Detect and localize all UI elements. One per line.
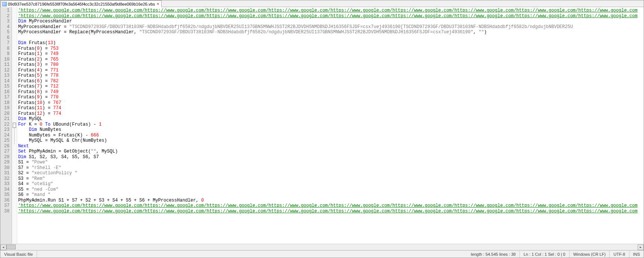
status-position: Ln : 1 Col : 1 Sel : 0 | 0 xyxy=(520,251,570,258)
scroll-track[interactable] xyxy=(6,245,638,250)
status-length: length : 54.545 lines : 38 xyxy=(467,251,520,258)
scroll-right-button[interactable]: ► xyxy=(638,245,644,250)
file-tab[interactable]: 09d937ee537c87196fe5538f70fe3a5645f4cc3c… xyxy=(1,0,162,7)
status-filetype: Visual Basic file xyxy=(0,251,37,258)
horizontal-scrollbar[interactable]: ◄ ► xyxy=(0,244,644,250)
status-eol: Windows (CR LF) xyxy=(570,251,610,258)
tab-bar: 09d937ee537c87196fe5538f70fe3a5645f4cc3c… xyxy=(0,0,644,7)
close-icon[interactable]: × xyxy=(156,2,160,6)
file-icon xyxy=(2,2,7,6)
code-area[interactable]: 'https://www.google.com/https://www.goog… xyxy=(17,7,644,244)
fold-column: − xyxy=(12,7,17,244)
tab-filename: 09d937ee537c87196fe5538f70fe3a5645f4cc3c… xyxy=(8,2,155,6)
scroll-thumb[interactable] xyxy=(6,245,16,249)
line-number-gutter: 1234567891011121314151617181920212223242… xyxy=(0,7,12,244)
status-bar: Visual Basic file length : 54.545 lines … xyxy=(0,250,644,258)
status-encoding: UTF-8 xyxy=(610,251,629,258)
status-ins: INS xyxy=(629,251,644,258)
scroll-left-button[interactable]: ◄ xyxy=(0,245,6,250)
editor[interactable]: 1234567891011121314151617181920212223242… xyxy=(0,7,644,244)
